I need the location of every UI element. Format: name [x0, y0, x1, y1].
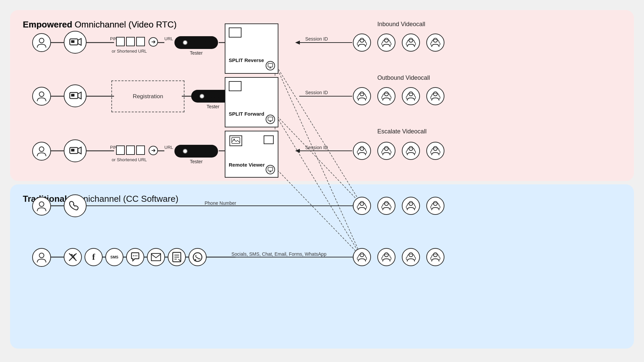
svg-point-48 — [384, 38, 388, 42]
svg-point-58 — [360, 92, 364, 96]
phone-number-label: Phone Number — [205, 200, 236, 206]
url-circle-row1 — [149, 37, 158, 47]
camera-icon-row2 — [64, 84, 87, 107]
svg-point-47 — [360, 38, 364, 42]
svg-point-82 — [133, 255, 134, 256]
url-circle-row3 — [149, 146, 158, 155]
svg-rect-43 — [71, 40, 74, 43]
svg-marker-42 — [78, 39, 81, 45]
svg-rect-55 — [268, 117, 273, 121]
trad-agent-row1-4 — [426, 197, 444, 215]
remote-viewer-monitor — [266, 165, 275, 174]
svg-rect-68 — [268, 167, 273, 171]
svg-point-50 — [433, 38, 437, 42]
svg-point-78 — [409, 201, 413, 205]
svg-rect-54 — [71, 94, 74, 97]
agent-row1-3 — [402, 34, 420, 52]
escalate-videocall-label: Escalate Videocall — [377, 128, 427, 135]
agent-row2-3 — [402, 87, 420, 105]
split-forward-box: SPLIT Forward — [225, 77, 278, 127]
trad-agent-row1-2 — [377, 197, 395, 215]
pin-boxes-row3 — [116, 145, 145, 155]
shortened-url-label-row3: or Shortened URL — [112, 157, 147, 162]
remote-viewer-box: Remote Viewer — [225, 131, 278, 178]
customer-icon-row3 — [32, 142, 51, 161]
customer-icon-row2 — [32, 87, 51, 106]
svg-point-75 — [39, 202, 44, 206]
empowered-section — [10, 10, 634, 181]
split-reverse-monitor — [266, 61, 275, 70]
svg-point-92 — [384, 253, 388, 257]
svg-rect-85 — [151, 253, 161, 261]
tester-row1 — [174, 36, 218, 49]
agent-row2-4 — [426, 87, 444, 105]
camera-icon-row1 — [64, 31, 87, 54]
twitter-icon: 𝕏 — [64, 248, 82, 266]
svg-point-61 — [433, 92, 437, 96]
svg-point-73 — [409, 146, 413, 150]
split-forward-monitor — [266, 115, 275, 124]
svg-point-49 — [409, 38, 413, 42]
split-forward-label: SPLIT Forward — [229, 111, 264, 117]
svg-point-93 — [409, 253, 413, 257]
email-icon — [147, 248, 165, 266]
tester-row3 — [174, 145, 218, 158]
camera-icon-row3 — [64, 139, 87, 162]
remote-viewer-label: Remote Viewer — [229, 162, 265, 168]
svg-point-72 — [384, 146, 388, 150]
svg-rect-44 — [268, 63, 273, 67]
customer-trad-row1 — [32, 197, 51, 216]
agent-row1-2 — [377, 34, 395, 52]
svg-point-84 — [137, 255, 138, 256]
url-label-row3: URL — [164, 145, 173, 150]
trad-agent-row1-3 — [402, 197, 420, 215]
registration-box: Registration — [111, 80, 184, 112]
sms-icon: SMS — [105, 248, 123, 266]
svg-point-80 — [39, 253, 44, 258]
trad-agent-row1-1 — [353, 197, 371, 215]
customer-icon-row1 — [32, 33, 51, 52]
svg-point-74 — [433, 146, 437, 150]
agent-row3-4 — [426, 142, 444, 160]
whatsapp-icon — [189, 248, 207, 266]
tester-label-row3: Tester — [174, 159, 218, 164]
empowered-title-text: Empowered Omnichannel (Video RTC) — [23, 19, 177, 30]
session-id-row3: Session ID — [305, 145, 328, 150]
svg-point-62 — [39, 147, 44, 152]
agent-row3-1 — [353, 142, 371, 160]
svg-point-59 — [384, 92, 388, 96]
svg-point-40 — [39, 38, 44, 43]
svg-point-79 — [433, 201, 437, 205]
trad-agent-row2-4 — [426, 248, 444, 266]
svg-rect-65 — [71, 149, 74, 152]
url-label-row1: URL — [164, 36, 173, 41]
form-icon — [168, 248, 186, 266]
agent-row3-3 — [402, 142, 420, 160]
outbound-videocall-label: Outbound Videocall — [377, 74, 430, 81]
chat-icon — [126, 248, 144, 266]
svg-marker-53 — [78, 92, 81, 99]
svg-text:𝕏: 𝕏 — [70, 253, 75, 260]
registration-label: Registration — [133, 93, 163, 100]
agent-row1-4 — [426, 34, 444, 52]
svg-point-90 — [193, 253, 202, 261]
pin-boxes-row1 — [116, 37, 145, 46]
svg-point-76 — [360, 201, 364, 205]
split-reverse-box: SPLIT Reverse — [225, 23, 278, 74]
facebook-icon: f — [85, 248, 103, 266]
svg-point-77 — [384, 201, 388, 205]
tester-label-row1: Tester — [174, 50, 218, 56]
agent-row3-2 — [377, 142, 395, 160]
session-id-row1: Session ID — [305, 36, 328, 42]
trad-agent-row2-2 — [377, 248, 395, 266]
svg-point-91 — [360, 253, 364, 257]
socials-label: Socials, SMS, Chat, Email, Forms, WhatsA… — [231, 251, 326, 257]
phone-icon — [64, 194, 87, 217]
split-reverse-label: SPLIT Reverse — [229, 57, 264, 63]
svg-point-51 — [39, 92, 44, 97]
svg-point-83 — [135, 255, 136, 256]
customer-trad-row2 — [32, 248, 51, 267]
session-id-row2: Session ID — [305, 90, 328, 95]
traditional-section — [10, 184, 634, 349]
svg-point-60 — [409, 92, 413, 96]
